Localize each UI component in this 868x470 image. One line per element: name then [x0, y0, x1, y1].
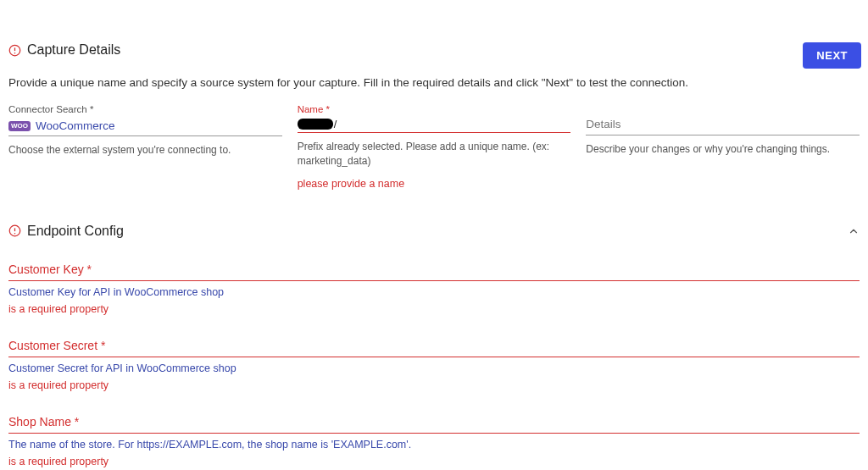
- endpoint-config-title: Endpoint Config: [27, 224, 124, 239]
- woocommerce-icon: WOO: [8, 121, 31, 131]
- capture-details-title: Capture Details: [27, 42, 120, 58]
- customer-key-desc: Customer Key for API in WooCommerce shop: [8, 286, 860, 298]
- warning-icon: [8, 224, 21, 237]
- shop-name-input[interactable]: Shop Name *: [8, 415, 860, 434]
- connector-search-label: Connector Search *: [8, 104, 282, 114]
- warning-icon: [8, 44, 21, 57]
- customer-secret-error: is a required property: [8, 379, 860, 391]
- details-input[interactable]: Details: [586, 114, 860, 135]
- details-helper: Describe your changes or why you're chan…: [586, 142, 860, 157]
- customer-secret-input[interactable]: Customer Secret *: [8, 339, 860, 357]
- shop-name-error: is a required property: [8, 456, 860, 467]
- name-input[interactable]: /: [298, 116, 571, 133]
- chevron-up-icon: [848, 225, 860, 237]
- customer-key-input[interactable]: Customer Key *: [8, 263, 860, 281]
- name-helper: Prefix already selected. Please add a un…: [298, 140, 571, 169]
- capture-details-description: Provide a unique name and specify a sour…: [8, 76, 860, 89]
- shop-name-desc: The name of the store. For https://EXAMP…: [8, 439, 860, 451]
- connector-search-helper: Choose the external system you're connec…: [8, 143, 282, 158]
- connector-search-value: WooCommerce: [36, 119, 115, 132]
- svg-point-2: [14, 52, 16, 53]
- capture-details-header[interactable]: Capture Details: [8, 42, 860, 58]
- name-error: please provide a name: [298, 178, 571, 190]
- next-button[interactable]: NEXT: [803, 42, 861, 69]
- name-slash: /: [334, 118, 337, 130]
- connector-search-input[interactable]: WOO WooCommerce: [8, 116, 282, 136]
- svg-point-5: [14, 233, 16, 235]
- endpoint-config-header[interactable]: Endpoint Config: [8, 224, 860, 239]
- name-label: Name *: [298, 104, 571, 114]
- customer-secret-desc: Customer Secret for API in WooCommerce s…: [8, 362, 860, 374]
- customer-key-error: is a required property: [8, 303, 860, 315]
- name-prefix-redacted: [298, 119, 333, 130]
